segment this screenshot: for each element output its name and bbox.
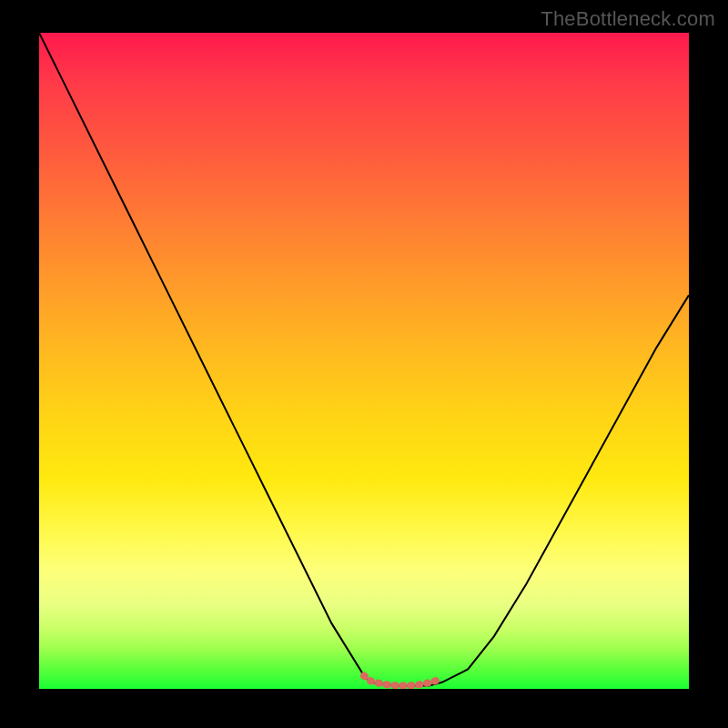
curve-layer	[39, 33, 689, 689]
chart-frame: TheBottleneck.com	[0, 0, 728, 728]
plot-area	[39, 33, 689, 689]
bottleneck-curve	[39, 33, 689, 685]
highlight-minimum	[364, 676, 442, 686]
watermark-text: TheBottleneck.com	[541, 7, 715, 31]
